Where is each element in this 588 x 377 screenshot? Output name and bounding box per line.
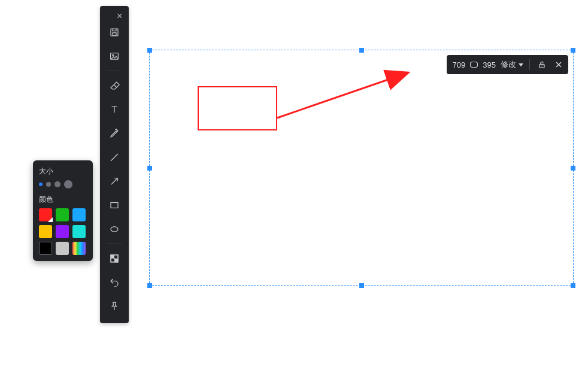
resize-handle-bot-mid[interactable] — [359, 283, 364, 288]
close-icon — [554, 60, 563, 69]
screenshot-selection[interactable]: 709 395 修改 — [149, 50, 574, 286]
resize-handle-bot-right[interactable] — [571, 283, 575, 288]
tool-options-popover: 大小 颜色 — [33, 160, 93, 261]
save-button[interactable] — [102, 20, 126, 44]
color-swatch-green[interactable] — [56, 208, 69, 221]
image-button[interactable] — [102, 44, 126, 68]
color-grid — [39, 208, 87, 255]
toolbar-divider — [107, 244, 122, 244]
close-selection-button[interactable] — [553, 59, 565, 71]
selection-height: 395 — [483, 60, 496, 69]
rectangle-icon — [109, 200, 120, 211]
ellipse-button[interactable] — [102, 217, 126, 241]
color-swatch-blue[interactable] — [72, 208, 86, 221]
text-button[interactable] — [102, 98, 126, 121]
svg-point-3 — [113, 54, 114, 56]
modify-label: 修改 — [501, 59, 516, 70]
close-icon[interactable]: × — [117, 11, 124, 18]
size-option-4[interactable] — [64, 180, 72, 188]
pencil-button[interactable] — [102, 121, 126, 145]
color-label: 颜色 — [39, 194, 87, 205]
undo-icon — [109, 277, 120, 288]
resize-handle-top-right[interactable] — [571, 48, 575, 53]
size-option-3[interactable] — [54, 181, 60, 187]
size-option-2[interactable] — [46, 182, 51, 187]
eraser-button[interactable] — [102, 74, 126, 98]
pencil-icon — [109, 128, 120, 139]
save-icon — [109, 27, 120, 38]
color-swatch-purple[interactable] — [56, 225, 69, 238]
toolbar-close-row: × — [100, 10, 129, 20]
color-swatch-yellow[interactable] — [39, 225, 52, 238]
arrow-icon — [109, 176, 120, 187]
annotation-toolbar: × — [100, 6, 129, 323]
caret-down-icon — [519, 63, 523, 66]
undo-button[interactable] — [102, 270, 126, 294]
resize-handle-mid-right[interactable] — [571, 166, 575, 171]
size-option-1[interactable] — [39, 183, 43, 186]
lock-button[interactable] — [536, 59, 548, 71]
mosaic-button[interactable] — [102, 247, 126, 270]
toolbar-separator — [529, 59, 530, 70]
resize-handle-bot-left[interactable] — [147, 283, 152, 288]
unlock-icon — [537, 60, 547, 69]
svg-point-5 — [111, 227, 118, 232]
image-icon — [109, 51, 120, 62]
color-swatch-black[interactable] — [39, 242, 52, 255]
line-icon — [109, 152, 120, 163]
svg-point-10 — [541, 66, 542, 67]
svg-rect-4 — [111, 203, 118, 208]
line-button[interactable] — [102, 145, 126, 169]
size-options — [39, 180, 87, 188]
link-aspect-icon[interactable] — [470, 62, 478, 68]
svg-rect-0 — [111, 29, 118, 36]
resize-handle-mid-left[interactable] — [147, 166, 152, 171]
arrow-button[interactable] — [102, 169, 126, 193]
resize-handle-top-left[interactable] — [147, 48, 152, 53]
color-swatch-gray[interactable] — [56, 242, 69, 255]
color-swatch-cyan[interactable] — [72, 225, 86, 238]
modify-dropdown[interactable]: 修改 — [501, 59, 523, 70]
svg-rect-1 — [113, 33, 116, 36]
pin-icon — [109, 301, 120, 312]
color-swatch-red[interactable] — [39, 208, 52, 221]
text-icon — [109, 104, 120, 115]
annotation-rectangle[interactable] — [198, 86, 277, 130]
eraser-icon — [109, 80, 120, 91]
color-swatch-custom[interactable] — [72, 242, 86, 255]
pin-button[interactable] — [102, 294, 126, 318]
toolbar-divider — [107, 71, 122, 71]
rectangle-button[interactable] — [102, 193, 126, 217]
mosaic-icon — [109, 253, 120, 264]
selection-info-toolbar: 709 395 修改 — [447, 55, 568, 74]
svg-line-8 — [277, 73, 407, 118]
resize-handle-top-mid[interactable] — [359, 48, 364, 53]
size-label: 大小 — [39, 166, 87, 177]
ellipse-icon — [109, 224, 120, 235]
selection-width: 709 — [453, 60, 466, 69]
